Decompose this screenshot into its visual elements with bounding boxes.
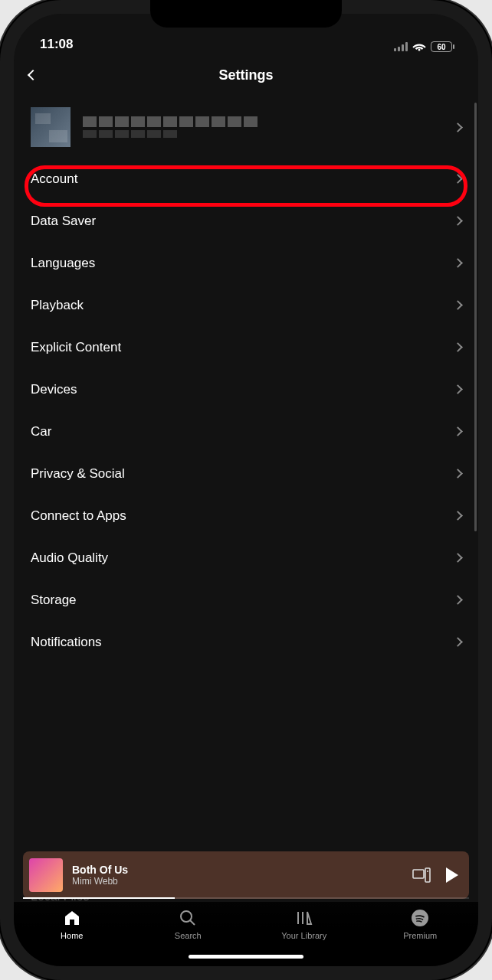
now-playing-cover [29,858,63,892]
chevron-right-icon [453,595,463,605]
home-indicator[interactable] [189,955,303,959]
settings-row-label: Connect to Apps [31,508,126,524]
now-playing-controls [412,867,458,883]
profile-row[interactable] [31,96,461,158]
settings-row-label: Notifications [31,635,102,650]
settings-row-devices[interactable]: Devices [31,368,461,410]
chevron-right-icon [453,258,463,268]
svg-rect-0 [413,870,424,878]
tab-bar: Home Search Your Library Premium [14,902,478,966]
settings-row-label: Storage [31,593,77,608]
phone-frame: 11:08 60 Settings [0,0,492,980]
chevron-right-icon [453,342,463,352]
settings-row-label: Privacy & Social [31,466,125,482]
settings-row-audio-quality[interactable]: Audio Quality [31,537,461,579]
nav-header: Settings [14,54,478,96]
tab-label: Your Library [281,931,326,940]
home-icon [62,908,82,928]
status-bar: 11:08 60 [14,14,478,54]
tab-premium[interactable]: Premium [385,908,454,940]
tab-label: Home [61,931,83,940]
status-time: 11:08 [40,37,73,52]
svg-point-2 [427,871,428,872]
settings-row-notifications[interactable]: Notifications [31,621,461,663]
svg-point-7 [412,910,428,926]
play-button[interactable] [446,867,458,883]
tab-search[interactable]: Search [153,908,222,940]
chevron-right-icon [453,384,463,394]
settings-row-data-saver[interactable]: Data Saver [31,200,461,242]
settings-row-privacy-social[interactable]: Privacy & Social [31,452,461,495]
tab-home[interactable]: Home [38,908,107,940]
svg-point-3 [181,911,192,922]
chevron-right-icon [453,216,463,226]
svg-rect-1 [425,868,430,882]
page-title: Settings [218,67,273,83]
back-button[interactable] [29,68,37,82]
settings-content[interactable]: Account Data Saver Languages Playback Ex… [14,96,478,851]
chevron-right-icon [453,122,463,132]
chevron-left-icon [28,70,38,80]
settings-row-label: Playback [31,298,84,313]
settings-row-account[interactable]: Account [31,158,461,200]
settings-list: Account Data Saver Languages Playback Ex… [31,158,461,663]
chevron-right-icon [453,637,463,647]
tab-label: Search [175,931,202,940]
settings-row-languages[interactable]: Languages [31,242,461,284]
settings-row-label: Explicit Content [31,340,121,355]
chevron-right-icon [453,469,463,479]
profile-text-redacted [83,116,442,138]
chevron-right-icon [453,511,463,521]
now-playing-bar[interactable]: Both Of Us Mimi Webb [23,851,469,899]
settings-row-storage[interactable]: Storage [31,579,461,621]
settings-row-label: Audio Quality [31,550,108,566]
now-playing-text: Both Of Us Mimi Webb [72,864,403,887]
connect-device-icon[interactable] [412,867,431,883]
settings-row-label: Data Saver [31,214,96,229]
chevron-right-icon [453,174,463,184]
spotify-icon [410,908,430,928]
battery-icon: 60 [431,41,452,52]
progress-fill [23,897,175,899]
settings-row-playback[interactable]: Playback [31,284,461,326]
profile-avatar [31,107,71,147]
battery-percentage: 60 [437,43,445,51]
settings-row-label: Devices [31,382,77,397]
tab-label: Premium [403,931,437,940]
settings-row-connect-to-apps[interactable]: Connect to Apps [31,495,461,537]
settings-row-car[interactable]: Car [31,410,461,452]
wifi-icon [412,41,426,52]
settings-row-label: Car [31,424,51,439]
now-playing-title: Both Of Us [72,864,403,876]
settings-row-label: Languages [31,256,95,271]
chevron-right-icon [453,426,463,436]
svg-line-4 [190,920,195,925]
settings-row-label: Account [31,172,77,187]
screen: 11:08 60 Settings [14,14,478,966]
chevron-right-icon [453,300,463,310]
settings-row-explicit-content[interactable]: Explicit Content [31,326,461,368]
library-icon [294,908,314,928]
search-icon [178,908,198,928]
chevron-right-icon [453,553,463,563]
scrollbar[interactable] [474,103,477,531]
status-right: 60 [394,41,452,52]
now-playing-artist: Mimi Webb [72,876,403,887]
cellular-signal-icon [394,42,408,51]
tab-library[interactable]: Your Library [270,908,339,940]
